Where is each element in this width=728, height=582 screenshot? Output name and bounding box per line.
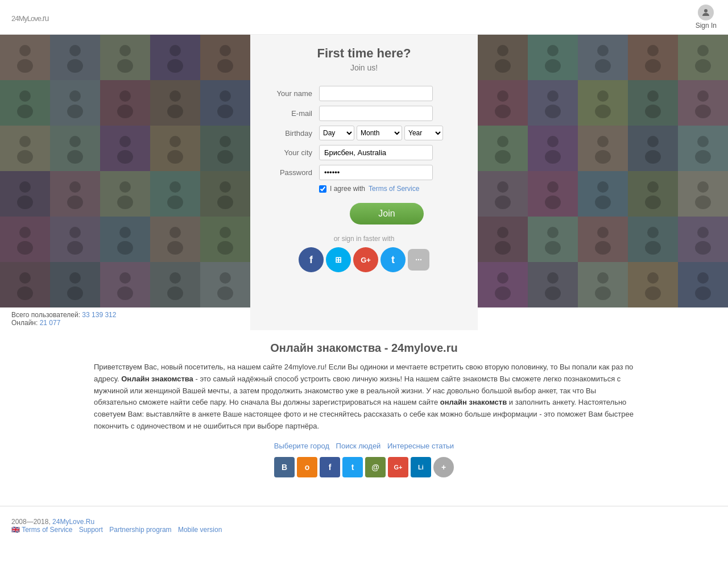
svg-point-61 — [497, 45, 508, 56]
svg-point-65 — [597, 45, 609, 56]
photo-cell-left-9 — [200, 80, 250, 126]
svg-point-98 — [645, 196, 661, 209]
google-signin-button[interactable]: G+ — [353, 247, 378, 272]
photo-cell-right-17 — [578, 171, 628, 217]
city-label: Your city — [270, 143, 316, 163]
svg-point-99 — [697, 181, 709, 193]
partnership-link[interactable]: Partnership program — [109, 526, 171, 534]
photo-cell-left-6 — [50, 80, 100, 126]
or-text: or sign in faster with — [334, 235, 395, 243]
photo-cell-left-17 — [100, 171, 150, 217]
city-link[interactable]: Выберите город — [274, 442, 329, 450]
svg-point-47 — [169, 227, 181, 238]
tos-footer-link[interactable]: Terms of Service — [22, 526, 72, 534]
copyright: 2008—2018, — [11, 518, 51, 526]
svg-point-109 — [697, 227, 709, 238]
name-label: Your name — [270, 84, 316, 103]
svg-point-60 — [217, 286, 233, 300]
svg-point-64 — [545, 59, 561, 73]
ok-share-button[interactable]: о — [297, 457, 317, 477]
svg-point-74 — [545, 105, 561, 118]
svg-point-34 — [67, 196, 83, 209]
name-input[interactable] — [319, 86, 433, 101]
month-select[interactable]: Month JanuaryFebruaryMarch AprilMayJune … — [357, 126, 402, 140]
articles-link[interactable]: Интересные статьи — [387, 442, 454, 450]
fb-share-button[interactable]: f — [320, 457, 340, 477]
password-label: Password — [270, 163, 316, 182]
svg-point-106 — [595, 241, 611, 255]
logo: 24MyLove.ru — [11, 10, 48, 24]
photo-cell-right-3 — [628, 35, 678, 80]
description-text: Приветствуем Вас, новый посетитель, на н… — [94, 361, 634, 433]
photo-cell-left-21 — [50, 217, 100, 262]
svg-point-105 — [597, 227, 609, 238]
city-input[interactable] — [319, 145, 433, 160]
svg-point-107 — [647, 227, 659, 238]
more-share-button[interactable]: + — [433, 457, 454, 477]
email-row: E-mail — [270, 103, 458, 123]
support-link[interactable]: Support — [79, 526, 103, 534]
svg-point-15 — [119, 90, 131, 102]
photo-cell-right-29 — [678, 262, 728, 307]
photo-cell-left-5 — [0, 80, 50, 126]
email-input[interactable] — [319, 106, 433, 121]
svg-point-84 — [545, 150, 561, 164]
svg-point-22 — [17, 150, 33, 164]
photo-cell-right-5 — [478, 80, 528, 126]
logo-text: 24MyLove — [11, 14, 41, 23]
agree-row: I agree with Terms of Service — [270, 182, 458, 195]
form-title: First time here? — [317, 46, 411, 61]
people-link[interactable]: Поиск людей — [336, 442, 381, 450]
vk-share-button[interactable]: В — [274, 457, 295, 477]
svg-point-12 — [17, 105, 33, 118]
svg-point-58 — [167, 286, 183, 300]
form-subtitle: Join us! — [350, 63, 378, 72]
svg-point-86 — [595, 150, 611, 164]
password-input[interactable] — [319, 165, 433, 180]
total-users-value[interactable]: 33 139 312 — [82, 311, 116, 319]
sign-in-button[interactable]: Sign In — [696, 5, 717, 30]
facebook-signin-button[interactable]: f — [299, 247, 324, 272]
photo-cell-right-2 — [578, 35, 628, 80]
mail-share-button[interactable]: @ — [365, 457, 386, 477]
site-link[interactable]: 24MyLove.Ru — [52, 518, 94, 526]
svg-point-102 — [495, 241, 511, 255]
photo-cell-left-3 — [150, 35, 200, 80]
photo-cell-left-2 — [100, 35, 150, 80]
svg-point-69 — [697, 45, 709, 56]
gp-share-button[interactable]: G+ — [388, 457, 408, 477]
svg-point-4 — [67, 59, 83, 73]
agree-checkbox[interactable] — [319, 185, 326, 193]
twitter-signin-button[interactable]: t — [380, 247, 406, 272]
svg-point-16 — [117, 105, 133, 118]
more-signin-button[interactable]: ··· — [408, 249, 429, 271]
svg-point-97 — [647, 181, 659, 193]
svg-point-2 — [17, 59, 33, 73]
svg-point-43 — [69, 227, 81, 238]
photo-cell-left-22 — [100, 217, 150, 262]
photo-cell-right-14 — [678, 126, 728, 171]
online-label: Онлайн: — [11, 319, 38, 327]
svg-point-13 — [69, 90, 81, 102]
join-button[interactable]: Join — [350, 203, 423, 225]
svg-point-108 — [645, 241, 661, 255]
photo-cell-right-1 — [528, 35, 578, 80]
li-share-button[interactable]: Li — [411, 457, 431, 477]
svg-point-85 — [597, 136, 609, 147]
year-select[interactable]: Year 2000199919981997 1996199519901985 1… — [404, 126, 443, 140]
svg-point-117 — [647, 272, 659, 284]
windows-signin-button[interactable]: ⊞ — [326, 247, 351, 272]
day-select[interactable]: Day 12345 678910 1112131415 1617181920 2… — [319, 126, 354, 140]
photo-cell-right-9 — [678, 80, 728, 126]
tw-share-button[interactable]: t — [342, 457, 363, 477]
mobile-link[interactable]: Mobile version — [178, 526, 222, 534]
photo-cell-left-26 — [50, 262, 100, 307]
tos-link[interactable]: Terms of Service — [369, 185, 419, 193]
photo-cell-left-16 — [50, 171, 100, 217]
svg-point-110 — [695, 241, 711, 255]
online-value[interactable]: 21 077 — [40, 319, 61, 327]
svg-point-90 — [695, 150, 711, 164]
photo-cell-left-15 — [0, 171, 50, 217]
svg-point-50 — [217, 241, 233, 255]
svg-point-32 — [17, 196, 33, 209]
